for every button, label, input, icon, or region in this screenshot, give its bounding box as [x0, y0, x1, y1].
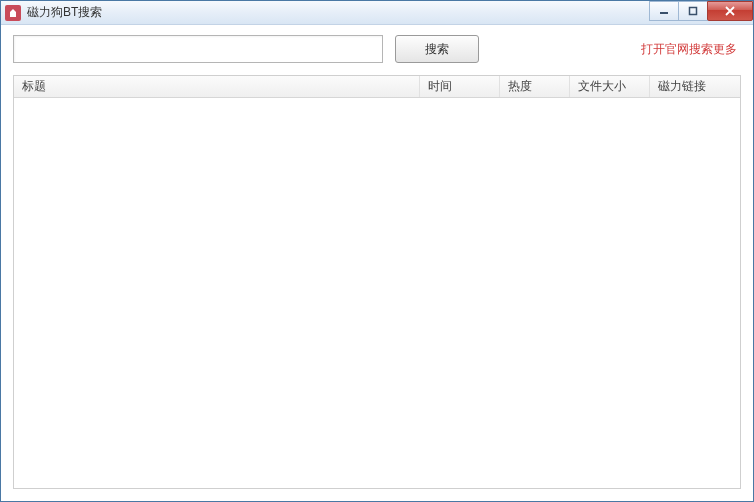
client-area: 搜索 打开官网搜索更多 标题 时间 热度 文件大小 磁力链接: [1, 25, 753, 501]
window-title: 磁力狗BT搜索: [27, 4, 102, 21]
col-header-magnet[interactable]: 磁力链接: [650, 76, 740, 97]
search-input[interactable]: [13, 35, 383, 63]
titlebar[interactable]: 磁力狗BT搜索: [1, 1, 753, 25]
minimize-button[interactable]: [649, 1, 679, 21]
table-header: 标题 时间 热度 文件大小 磁力链接: [14, 76, 740, 98]
search-row: 搜索 打开官网搜索更多: [13, 35, 741, 63]
search-button[interactable]: 搜索: [395, 35, 479, 63]
maximize-icon: [688, 6, 698, 16]
col-header-title[interactable]: 标题: [14, 76, 420, 97]
open-official-link[interactable]: 打开官网搜索更多: [641, 41, 737, 58]
maximize-button[interactable]: [678, 1, 708, 21]
window-controls: [650, 1, 753, 21]
results-table: 标题 时间 热度 文件大小 磁力链接: [13, 75, 741, 489]
table-body[interactable]: [14, 98, 740, 488]
minimize-icon: [659, 6, 669, 16]
app-window: 磁力狗BT搜索 搜索 打开官网搜索更多 标题 时间 热度 文件大: [0, 0, 754, 502]
app-icon: [5, 5, 21, 21]
svg-rect-0: [690, 8, 697, 15]
close-icon: [724, 6, 736, 16]
col-header-size[interactable]: 文件大小: [570, 76, 650, 97]
close-button[interactable]: [707, 1, 753, 21]
col-header-heat[interactable]: 热度: [500, 76, 570, 97]
col-header-time[interactable]: 时间: [420, 76, 500, 97]
